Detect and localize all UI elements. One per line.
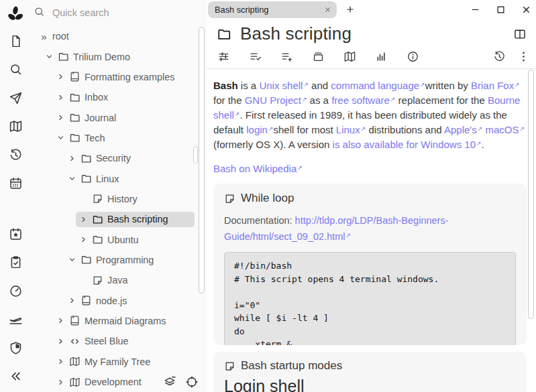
owned-attributes-button[interactable] (249, 50, 262, 63)
note-map-button[interactable] (0, 113, 31, 141)
external-link[interactable]: is also available for Windows 10 (333, 139, 482, 150)
external-link[interactable]: GNU Project (245, 94, 307, 106)
collapse-launcher-button[interactable] (0, 363, 31, 391)
note-paths-button[interactable] (312, 50, 325, 63)
expand-arrow-icon[interactable] (56, 316, 65, 325)
external-link[interactable]: Apple's (444, 124, 482, 135)
external-link[interactable]: macOS (485, 124, 525, 135)
expand-arrow-icon[interactable] (56, 113, 65, 122)
text-segment: . (482, 139, 484, 150)
tree-item-label: Inbox (85, 92, 108, 103)
include-note-title[interactable]: While loop (241, 192, 294, 205)
external-link[interactable]: Linux (336, 124, 366, 135)
maximize-button[interactable] (496, 5, 506, 15)
expand-arrow-icon[interactable] (79, 235, 88, 244)
expand-arrow-icon[interactable] (56, 72, 65, 81)
tree-item-mermaid-diagrams[interactable]: Mermaid Diagrams (31, 311, 207, 331)
tree-item-linux[interactable]: Linux (31, 168, 207, 188)
tree-item-journal[interactable]: Journal (31, 107, 207, 127)
security-button[interactable] (0, 334, 31, 363)
text-segment: Bash (213, 80, 238, 91)
tree-item-label: Bash scripting (107, 214, 168, 224)
expand-arrow-icon[interactable] (68, 154, 76, 163)
external-link[interactable]: command language (331, 80, 425, 91)
external-link[interactable]: Brian Fox (471, 80, 520, 91)
inherited-attributes-button[interactable] (280, 50, 293, 63)
tree-item-inbox[interactable]: Inbox (31, 87, 207, 107)
note-revisions-button[interactable] (493, 50, 506, 63)
tab-bash-scripting[interactable]: Bash scripting (208, 1, 337, 18)
trilium-window: »rootTrilium DemoFormatting examplesInbo… (0, 0, 536, 392)
note-title[interactable]: Bash scripting (240, 23, 504, 44)
jump-to-note-button[interactable] (0, 84, 31, 113)
launcher-middle (0, 220, 31, 363)
folder-icon (92, 234, 103, 245)
external-link[interactable]: free software (331, 94, 395, 106)
folder-icon (81, 254, 92, 265)
collapse-arrow-icon[interactable] (68, 255, 76, 264)
tree-item-formatting-examples[interactable]: Formatting examples (31, 67, 207, 87)
expand-arrow-icon[interactable] (56, 93, 65, 102)
task-manager-button[interactable] (0, 249, 31, 277)
collapse-arrow-icon[interactable] (45, 52, 54, 61)
external-link[interactable]: Unix shell (259, 80, 309, 91)
calendar-button[interactable] (0, 170, 31, 198)
window-close-button[interactable] (521, 5, 531, 15)
tree-scrollbar[interactable] (199, 27, 205, 293)
note-map-button[interactable] (343, 50, 356, 63)
trilium-logo-icon (5, 5, 25, 25)
tree-item-my-family-tree[interactable]: My Family Tree (31, 352, 207, 372)
expand-arrow-icon[interactable] (79, 215, 88, 224)
tree-item-history[interactable]: History (31, 189, 207, 209)
expand-arrow-icon[interactable] (56, 357, 65, 366)
expand-arrow-icon[interactable] (68, 296, 76, 305)
code-block[interactable]: #!/bin/bash # This script opens 4 termin… (224, 252, 516, 345)
search-icon (34, 6, 45, 20)
more-actions-button[interactable] (517, 50, 530, 63)
pane-resize-handle[interactable] (193, 146, 198, 164)
scroll-to-active-note-button[interactable] (185, 375, 199, 389)
tree-item-label: Development (85, 377, 142, 387)
special-date-button[interactable] (0, 220, 31, 249)
external-link[interactable]: login (246, 124, 273, 135)
expand-arrow-icon[interactable] (56, 378, 65, 387)
tree-item-ubuntu[interactable]: Ubuntu (31, 229, 207, 249)
launcher-bar (0, 0, 31, 392)
dashboard-button[interactable] (0, 277, 31, 306)
note-tree-panel: »rootTrilium DemoFormatting examplesInbo… (31, 0, 207, 392)
tree-item-security[interactable]: Security (31, 148, 207, 168)
tree-item-root[interactable]: »root (31, 26, 207, 46)
tree-item-programming[interactable]: Programming (31, 250, 207, 270)
tab-close-icon[interactable] (324, 6, 331, 13)
folder-icon (69, 92, 81, 103)
minimize-button[interactable] (470, 5, 480, 15)
expand-root-icon[interactable]: » (40, 32, 48, 41)
quick-search-input[interactable] (51, 7, 181, 19)
travel-button[interactable] (0, 306, 31, 334)
tree-item-steel-blue[interactable]: Steel Blue (31, 331, 207, 351)
tree-item-label: Formatting examples (85, 72, 174, 82)
tree-item-trilium-demo[interactable]: Trilium Demo (31, 46, 207, 66)
new-tab-button[interactable] (345, 5, 355, 14)
tree-item-node-js[interactable]: node.js (31, 290, 207, 310)
tree-item-bash-scripting[interactable]: Bash scripting (31, 209, 207, 229)
expand-arrow-icon[interactable] (56, 337, 65, 346)
recent-changes-button[interactable] (0, 141, 31, 170)
new-note-button[interactable] (0, 27, 31, 56)
map-icon (69, 356, 81, 367)
tree-item-tech[interactable]: Tech (31, 128, 207, 148)
content-scrollbar[interactable] (528, 70, 534, 319)
basic-properties-button[interactable] (217, 50, 230, 63)
include-note-title[interactable]: Bash startup modes (241, 359, 342, 373)
tree-item-java[interactable]: Java (31, 270, 207, 290)
similar-notes-button[interactable] (375, 50, 388, 63)
collapse-arrow-icon[interactable] (56, 133, 65, 142)
wikipedia-link[interactable]: Bash on Wikipedia (213, 163, 303, 174)
book-icon (69, 71, 81, 82)
create-split-icon[interactable] (513, 27, 527, 41)
note-tree: »rootTrilium DemoFormatting examplesInbo… (31, 25, 207, 392)
collapse-tree-button[interactable] (163, 375, 176, 389)
search-button[interactable] (0, 56, 31, 84)
collapse-arrow-icon[interactable] (68, 174, 76, 183)
note-info-button[interactable] (407, 50, 419, 63)
